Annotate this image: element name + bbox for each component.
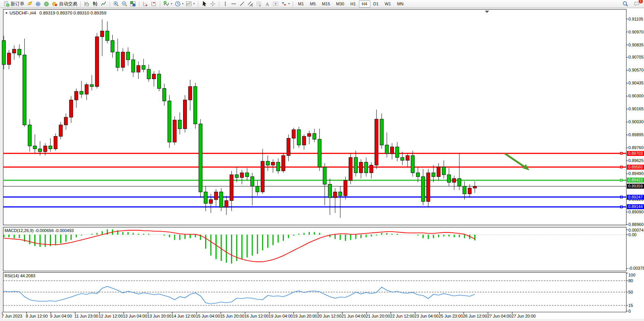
charts-icon — [35, 1, 41, 7]
date-tick-label: 23 Jun 04:00 — [414, 314, 439, 318]
new-order-button[interactable]: 新订单 — [2, 0, 26, 8]
search-button[interactable] — [621, 0, 630, 8]
timeframe-mn-button[interactable]: MN — [394, 0, 406, 8]
chart-ohlc-quote: 0.89319 0.89370 0.89310 0.89359 — [40, 11, 107, 15]
toolbar-separator — [160, 1, 160, 7]
price-tick-label: 0.90970 — [628, 30, 644, 34]
text-button[interactable]: A — [263, 0, 271, 8]
trendline-button[interactable] — [238, 0, 246, 8]
charts-window-button[interactable] — [34, 0, 42, 8]
market-watch-button[interactable] — [42, 0, 51, 8]
search-icon — [622, 1, 628, 7]
toolbar-separator — [110, 1, 110, 7]
date-tick-label: 8 Jun 12:00 — [26, 314, 48, 318]
price-chart-pane[interactable] — [3, 9, 626, 225]
horizontal-line-button[interactable] — [230, 0, 238, 8]
channel-icon: E — [247, 1, 253, 7]
toolbar-separator — [139, 1, 139, 7]
date-tick-label: 15 Jun 20:00 — [220, 314, 244, 318]
chart-menu-caret-icon[interactable]: ▼ — [5, 11, 8, 15]
indicators-button[interactable]: ▾ — [162, 0, 174, 8]
price-tick-label: 0.89625 — [628, 158, 644, 163]
autotrade-button-label: 自动交易 — [59, 1, 77, 7]
date-tick-label: 19 Jun 20:00 — [293, 314, 317, 318]
timeframe-h4-button[interactable]: H4 — [359, 0, 370, 8]
notifications-button[interactable]: 1 — [633, 0, 641, 8]
timeframe-m30-button[interactable]: M30 — [333, 0, 347, 8]
date-tick-label: 11 Jun 23:00 — [74, 314, 98, 318]
profiles-icon — [27, 1, 33, 7]
chart-title: ▼USDCHF-,H40.89319 0.89370 0.89310 0.893… — [5, 11, 106, 15]
svg-text:A: A — [265, 2, 269, 7]
tile-windows-button[interactable] — [129, 0, 137, 8]
toolbar-separator — [80, 1, 81, 7]
chevron-down-icon: ▾ — [289, 2, 290, 5]
macd-pane[interactable] — [3, 227, 626, 271]
date-tick-label: 14 Jun 12:00 — [172, 314, 196, 318]
date-tick-label: 20 Jun 12:00 — [317, 314, 341, 318]
timeframe-w1-button[interactable]: W1 — [382, 0, 394, 8]
candle-chart-button[interactable] — [91, 0, 99, 8]
text-label-button[interactable]: T — [271, 0, 280, 8]
radar-icon — [43, 1, 49, 7]
date-tick-label: 27 Jun 04:00 — [487, 314, 512, 318]
date-tick-label: 27 Jun 20:00 — [512, 314, 536, 318]
toolbar-separator — [198, 1, 198, 7]
bar-chart-button[interactable] — [83, 0, 91, 8]
price-tick-label: 0.90570 — [628, 68, 644, 72]
zoom-out-button[interactable] — [120, 0, 129, 8]
arrows-button[interactable]: ▾ — [280, 0, 291, 8]
candle-chart-icon — [92, 1, 98, 7]
timeframe-m5-button[interactable]: M5 — [307, 0, 319, 8]
cursor-icon — [201, 1, 207, 7]
vertical-line-button[interactable] — [221, 0, 230, 8]
chart-shift-button[interactable] — [150, 0, 158, 8]
timeframe-d1-button[interactable]: D1 — [370, 0, 382, 8]
equidistant-channel-button[interactable]: E — [246, 0, 255, 8]
rsi-tick-label: 100 — [628, 273, 635, 277]
line-chart-icon — [100, 1, 107, 7]
chevron-down-icon: ▾ — [193, 2, 195, 5]
auto-scroll-button[interactable] — [141, 0, 150, 8]
date-tick-label: 16 Jun 12:00 — [244, 314, 269, 318]
rsi-tick-label: 80 — [628, 278, 633, 283]
autotrade-icon — [52, 1, 58, 7]
svg-text:E: E — [251, 4, 253, 7]
zoom-out-icon — [121, 1, 128, 7]
fibonacci-button[interactable]: F — [255, 0, 263, 8]
date-tick-label: 12 Jun 12:00 — [99, 314, 123, 318]
vline-icon — [222, 1, 228, 7]
price-tick-label: 0.89760 — [628, 145, 644, 150]
price-level-tag: 0.89359 — [627, 184, 644, 189]
toolbar-separator — [219, 1, 219, 7]
notification-badge: 1 — [638, 0, 643, 4]
autotrade-button[interactable]: 自动交易 — [51, 0, 78, 8]
rsi-tick-label: 15 — [628, 303, 633, 308]
periods-button[interactable]: ▾ — [174, 0, 185, 8]
profiles-button[interactable] — [26, 0, 34, 8]
price-tick-label: 0.89090 — [628, 210, 644, 214]
templates-button[interactable]: ▾ — [185, 0, 196, 8]
chevron-down-icon: ▾ — [171, 2, 172, 5]
zoom-in-button[interactable] — [112, 0, 120, 8]
date-tick-label: 22 Jun 12:00 — [390, 314, 414, 318]
date-tick-label: 19 Jun 04:00 — [269, 314, 293, 318]
top-toolbar: 新订单自动交易▾▾▾EFAT▾M1M5M15M30H1H4D1W1MN1 — [0, 0, 644, 8]
rsi-pane[interactable] — [3, 272, 626, 312]
bar-chart-icon — [84, 1, 90, 7]
date-tick-label: 15 Jun 04:00 — [196, 314, 220, 318]
timeframe-h1-button[interactable]: H1 — [347, 0, 359, 8]
price-tick-label: 0.90030 — [628, 119, 644, 124]
chart-symbol-period: USDCHF-,H4 — [10, 11, 36, 15]
crosshair-button[interactable] — [209, 0, 217, 8]
line-chart-button[interactable] — [99, 0, 108, 8]
rsi-tick-label: 0 — [628, 309, 631, 313]
date-tick-label: 21 Jun 04:00 — [341, 314, 366, 318]
price-level-tag: 0.89247 — [627, 195, 644, 200]
price-tick-label: 0.90165 — [628, 106, 644, 111]
periods-icon — [175, 1, 181, 7]
cursor-button[interactable] — [200, 0, 209, 8]
date-tick-label: 13 Jun 04:00 — [123, 314, 147, 318]
timeframe-m15-button[interactable]: M15 — [319, 0, 333, 8]
timeframe-m1-button[interactable]: M1 — [295, 0, 307, 8]
